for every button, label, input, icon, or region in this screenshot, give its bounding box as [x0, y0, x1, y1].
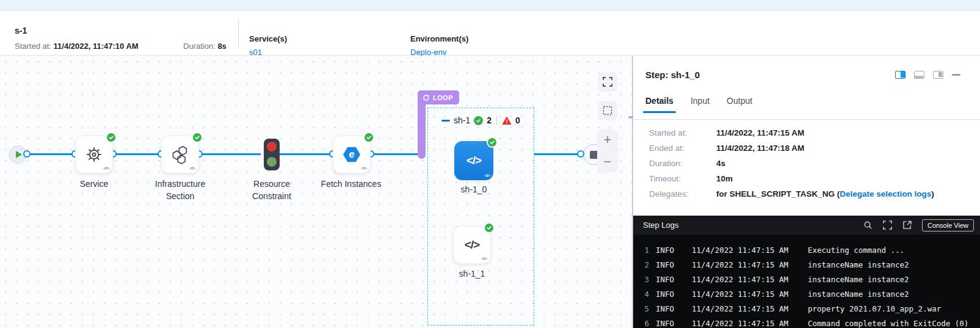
group-name: sh-1	[454, 115, 470, 125]
node-sh-1-0[interactable]: </> </>	[454, 141, 493, 180]
environment-link[interactable]: Deplo-env	[410, 48, 468, 57]
pipeline-canvas[interactable]: </> </> e </> Service Infrastructure Sec	[0, 56, 633, 328]
detail-value: 10m	[716, 174, 733, 183]
node-label-service: Service	[64, 178, 125, 190]
duration: Duration: 8s	[183, 42, 227, 51]
canvas-fullscreen-button[interactable]	[598, 72, 617, 92]
connector-edge	[274, 153, 333, 155]
error-count: 0	[515, 115, 520, 125]
node-label-sh-1-0: sh-1_0	[443, 183, 504, 195]
duration-label: Duration:	[183, 42, 216, 51]
error-count-icon	[502, 116, 512, 125]
log-line: 4INFO11/4/2022 11:47:15 AMinstanceName i…	[633, 287, 980, 302]
detail-row: Delegates: for SHELL_SCRIPT_TASK_NG (Del…	[649, 189, 934, 199]
step-logs-panel: Step Logs Console View	[633, 216, 980, 328]
loop-group-box	[427, 108, 534, 326]
step-panel-title: Step: sh-1_0	[645, 70, 700, 80]
success-badge-icon	[484, 222, 495, 233]
detail-label: Delegates:	[649, 189, 716, 199]
node-label-sh-1-1: sh-1_1	[441, 268, 503, 280]
detail-row: Timeout: 10m	[649, 174, 934, 183]
node-label-resource: Resource Constraint	[241, 178, 302, 202]
hexagons-icon	[170, 145, 190, 164]
log-line: 1INFO11/4/2022 11:47:15 AMExecuting comm…	[633, 243, 980, 258]
detail-value: 4s	[716, 159, 725, 168]
step-logs-title: Step Logs	[643, 220, 679, 230]
success-badge-icon	[192, 132, 203, 143]
delegate-selection-logs-link[interactable]: Delegate selection logs	[840, 189, 931, 199]
code-mini-icon: </>	[481, 256, 487, 261]
detail-value: 11/4/2022, 11:47:18 AM	[716, 144, 804, 153]
script-icon: </>	[465, 238, 479, 252]
tab-input[interactable]: Input	[691, 96, 710, 113]
node-service[interactable]: </>	[75, 136, 113, 173]
node-infrastructure[interactable]: </>	[161, 136, 199, 173]
canvas-select-button[interactable]	[598, 101, 617, 120]
zoom-out-button[interactable]: −	[597, 155, 618, 169]
gear-icon	[85, 145, 103, 164]
loop-badge[interactable]: LOOP	[418, 90, 459, 104]
panel-layout-controls	[895, 71, 960, 79]
node-label-fetch: Fetch Instances	[308, 178, 394, 190]
success-badge-icon	[487, 137, 498, 148]
detail-row: Ended at: 11/4/2022, 11:47:18 AM	[649, 144, 934, 153]
detail-label: Timeout:	[649, 174, 716, 183]
service-link[interactable]: s01	[249, 48, 287, 57]
detail-row: Started at: 11/4/2022, 11:47:15 AM	[649, 128, 934, 137]
zoom-in-button[interactable]: +	[597, 133, 618, 147]
code-mini-icon: </>	[103, 166, 109, 171]
console-view-button[interactable]: Console View	[922, 219, 974, 231]
header-divider	[238, 19, 239, 48]
fullscreen-icon	[603, 77, 612, 87]
step-logs-body[interactable]: 1INFO11/4/2022 11:47:15 AMExecuting comm…	[633, 235, 980, 328]
search-icon[interactable]	[863, 220, 873, 230]
collapse-group-icon[interactable]	[441, 120, 450, 122]
code-mini-icon: </>	[189, 166, 195, 171]
log-line: 5INFO11/4/2022 11:47:15 AMproperty 2021.…	[633, 302, 980, 316]
code-mini-icon: </>	[484, 173, 490, 178]
run-header: s-1 Started at: 11/4/2022, 11:47:10 AM D…	[0, 12, 980, 56]
environments-block: Environment(s) Deplo-env	[410, 34, 468, 57]
layout-split-icon[interactable]	[895, 71, 906, 79]
detail-value: 11/4/2022, 11:47:15 AM	[716, 128, 804, 137]
success-badge-icon	[106, 132, 117, 143]
started-at-value: 11/4/2022, 11:47:10 AM	[54, 42, 139, 51]
services-label: Service(s)	[249, 34, 287, 43]
loop-label: LOOP	[433, 94, 453, 101]
fetch-instances-icon: e	[343, 147, 360, 162]
node-label-infrastructure: Infrastructure Section	[140, 178, 220, 202]
services-block: Service(s) s01	[249, 34, 287, 57]
tab-output[interactable]: Output	[727, 96, 752, 113]
script-icon: </>	[466, 154, 481, 167]
step-details-panel: Step: sh-1_0 Details Input Output Starte…	[633, 56, 980, 328]
started-at-label: Started at:	[15, 42, 51, 51]
stop-icon	[590, 151, 598, 159]
environments-label: Environment(s)	[410, 34, 468, 43]
loop-group-header: sh-1 2 0	[427, 114, 534, 126]
connector-port	[23, 150, 31, 158]
node-sh-1-1[interactable]: </> </>	[453, 226, 491, 264]
tab-details[interactable]: Details	[645, 96, 673, 113]
zoom-controls: + −	[597, 129, 618, 173]
connector-edge	[113, 153, 161, 155]
layout-right-icon[interactable]	[933, 71, 943, 79]
tabs-divider	[633, 119, 980, 120]
node-fetch-instances[interactable]: e </>	[333, 136, 371, 173]
step-tabs: Details Input Output	[645, 96, 752, 113]
detail-row: Duration: 4s	[649, 159, 934, 168]
connector-edge	[371, 153, 419, 155]
detail-label: Ended at:	[649, 144, 716, 153]
traffic-red-light	[267, 142, 277, 151]
count-separator	[496, 116, 497, 125]
log-line: 2INFO11/4/2022 11:47:15 AMinstanceName i…	[633, 258, 980, 272]
expand-logs-icon[interactable]	[883, 220, 892, 230]
open-in-new-icon[interactable]	[902, 220, 912, 230]
step-details: Started at: 11/4/2022, 11:47:15 AM Ended…	[649, 128, 934, 205]
success-badge-icon	[363, 132, 374, 143]
pipeline-title: s-1	[15, 26, 27, 35]
layout-bottom-icon[interactable]	[914, 71, 924, 79]
traffic-green-light	[267, 157, 277, 167]
minimize-icon[interactable]	[952, 74, 960, 76]
duration-value: 8s	[217, 42, 226, 51]
node-resource-constraint[interactable]	[264, 139, 280, 170]
